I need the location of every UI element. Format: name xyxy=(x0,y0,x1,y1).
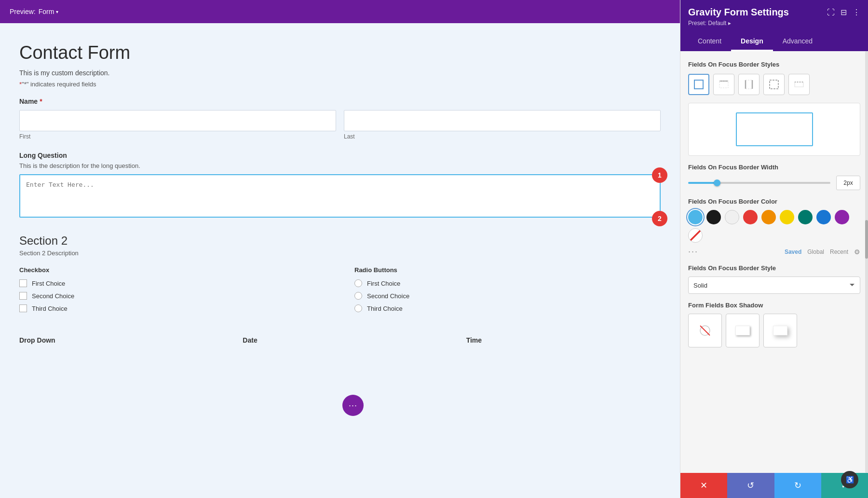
checkbox-column: Checkbox First Choice Second Choice Thir… xyxy=(19,266,326,317)
last-name-label: Last xyxy=(344,133,661,140)
color-swatch-teal[interactable] xyxy=(798,210,813,224)
shadow-none[interactable] xyxy=(688,314,722,347)
checkbox-2[interactable] xyxy=(19,292,27,300)
color-gear-icon[interactable]: ⚙ xyxy=(854,248,860,256)
checkbox-label: Checkbox xyxy=(19,266,326,274)
border-style-vertical-only[interactable] xyxy=(738,74,760,95)
redo-button[interactable]: ↻ xyxy=(774,473,821,498)
border-style-options xyxy=(688,74,860,95)
color-swatch-red[interactable] xyxy=(743,210,758,224)
color-swatch-yellow[interactable] xyxy=(780,210,794,224)
focus-border-width-section: Fields On Focus Border Width 2px xyxy=(688,164,860,190)
border-style-solid-full[interactable] xyxy=(688,74,709,95)
border-width-slider[interactable] xyxy=(688,182,830,184)
focus-border-color-section: Fields On Focus Border Color ··· Saved G… xyxy=(688,198,860,257)
dropdown-label: Drop Down xyxy=(19,336,214,344)
first-name-label: First xyxy=(19,133,336,140)
color-swatch-eraser[interactable] xyxy=(688,228,703,243)
color-bottom-row: ··· Saved Global Recent ⚙ xyxy=(688,247,860,257)
dropdown-section: Drop Down xyxy=(19,327,214,344)
color-tab-global[interactable]: Global xyxy=(807,249,824,255)
focus-border-style-label: Fields On Focus Border Style xyxy=(688,264,860,272)
last-name-wrap: Last xyxy=(344,110,661,140)
scrollbar-track xyxy=(865,51,868,473)
color-tab-saved[interactable]: Saved xyxy=(785,249,801,255)
preview-bar: Preview: Form ▾ xyxy=(0,0,680,23)
first-name-wrap: First xyxy=(19,110,336,140)
list-item: Second Choice xyxy=(354,292,661,300)
color-swatch-orange[interactable] xyxy=(761,210,776,224)
accessibility-button[interactable]: ♿ xyxy=(841,471,858,488)
undo-button[interactable]: ↺ xyxy=(727,473,774,498)
panel-icons: ⛶ ⊟ ⋮ xyxy=(827,7,860,17)
panel-title: Gravity Form Settings xyxy=(688,7,789,18)
border-preview-box xyxy=(688,103,860,156)
form-title: Contact Form xyxy=(19,42,661,63)
scrollbar-thumb[interactable] xyxy=(865,220,868,259)
panel-header: Gravity Form Settings ⛶ ⊟ ⋮ Preset: Defa… xyxy=(680,0,868,51)
checkbox-1[interactable] xyxy=(19,279,27,287)
long-question-label: Long Question xyxy=(19,152,661,159)
color-palette xyxy=(688,210,860,243)
radio-column: Radio Buttons First Choice Second Choice… xyxy=(354,266,661,317)
time-label: Time xyxy=(466,336,661,344)
checkbox-3[interactable] xyxy=(19,304,27,312)
slider-thumb[interactable] xyxy=(714,180,720,186)
preview-label: Preview: xyxy=(10,8,36,15)
long-question-section: Long Question This is the description fo… xyxy=(19,152,661,220)
screen-icon[interactable]: ⛶ xyxy=(827,8,835,17)
floating-dots-button[interactable]: ··· xyxy=(342,395,364,416)
more-colors-button[interactable]: ··· xyxy=(688,247,698,257)
caret-icon: ▾ xyxy=(56,9,58,14)
panel-preset: Preset: Default ▸ xyxy=(688,20,860,27)
color-swatch-purple[interactable] xyxy=(835,210,849,224)
more-icon[interactable]: ⋮ xyxy=(853,8,860,17)
first-name-input[interactable] xyxy=(19,110,336,131)
long-question-textarea[interactable] xyxy=(19,174,661,218)
split-icon[interactable]: ⊟ xyxy=(841,8,847,17)
last-name-input[interactable] xyxy=(344,110,661,131)
radio-2[interactable] xyxy=(354,292,362,300)
slider-row: 2px xyxy=(688,176,860,190)
color-swatch-white[interactable] xyxy=(725,210,739,224)
focus-border-style-section: Fields On Focus Border Style Solid Dashe… xyxy=(688,264,860,294)
panel-tabs: Content Design Advanced xyxy=(688,32,860,51)
badge-1: 1 xyxy=(652,167,667,183)
tab-design[interactable]: Design xyxy=(731,32,773,51)
section2: Section 2 Section 2 Description Checkbox… xyxy=(19,234,661,344)
border-style-top-only[interactable] xyxy=(713,74,734,95)
cancel-button[interactable]: ✕ xyxy=(680,473,727,498)
border-style-dashed[interactable] xyxy=(763,74,785,95)
slider-value: 2px xyxy=(836,176,860,190)
list-item: Second Choice xyxy=(19,292,326,300)
choices-columns: Checkbox First Choice Second Choice Thir… xyxy=(19,266,661,317)
form-selector[interactable]: Form ▾ xyxy=(39,8,59,15)
svg-rect-8 xyxy=(795,82,803,87)
tab-advanced[interactable]: Advanced xyxy=(773,32,822,51)
name-fields: First Last xyxy=(19,110,661,140)
color-tab-recent[interactable]: Recent xyxy=(830,249,848,255)
color-swatch-black[interactable] xyxy=(706,210,721,224)
list-item: First Choice xyxy=(354,279,661,287)
tab-content[interactable]: Content xyxy=(688,32,731,51)
focus-border-styles-section: Fields On Focus Border Styles xyxy=(688,61,860,156)
section2-desc: Section 2 Description xyxy=(19,249,661,257)
form-description: This is my custom description. xyxy=(19,69,661,77)
list-item: First Choice xyxy=(19,279,326,287)
textarea-wrap: 1 2 xyxy=(19,174,661,220)
panel-header-top: Gravity Form Settings ⛶ ⊟ ⋮ xyxy=(688,7,860,18)
shadow-options xyxy=(688,314,860,347)
date-label: Date xyxy=(243,336,437,344)
shadow-medium[interactable] xyxy=(763,314,797,347)
color-swatch-blue[interactable] xyxy=(816,210,831,224)
panel-body: Fields On Focus Border Styles xyxy=(680,51,868,473)
list-item: Third Choice xyxy=(354,304,661,312)
focus-border-style-select[interactable]: Solid Dashed Dotted Double xyxy=(688,277,860,294)
box-shadow-label: Form Fields Box Shadow xyxy=(688,302,860,309)
shadow-small[interactable] xyxy=(726,314,760,347)
radio-3[interactable] xyxy=(354,304,362,312)
radio-1[interactable] xyxy=(354,279,362,287)
color-swatch-light-blue[interactable] xyxy=(688,210,703,224)
border-style-dotted[interactable] xyxy=(788,74,810,95)
action-bar: ✕ ↺ ↻ ✓ xyxy=(680,473,868,498)
